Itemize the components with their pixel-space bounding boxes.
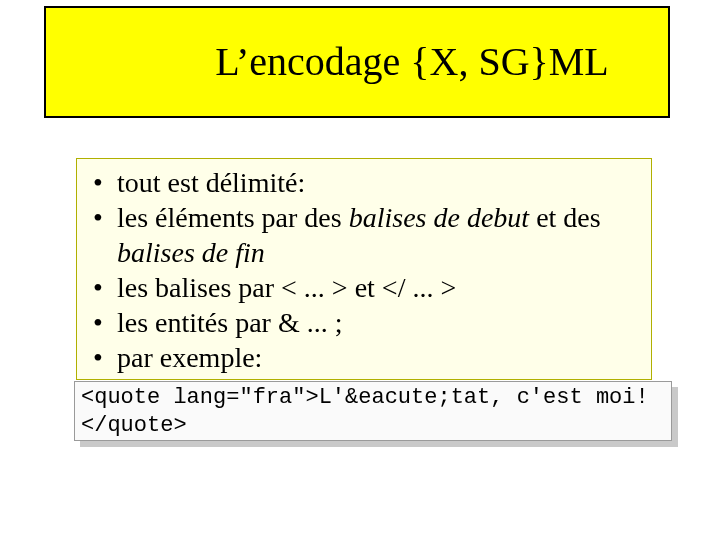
- list-item: les entités par & ... ;: [91, 305, 641, 340]
- slide: L’encodage {X, SG}ML tout est délimité: …: [0, 0, 720, 540]
- bullet-list: tout est délimité: les éléments par des …: [77, 159, 651, 381]
- list-item: les balises par < ... > et </ ... >: [91, 270, 641, 305]
- title-bar: L’encodage {X, SG}ML: [44, 6, 670, 118]
- list-item: tout est délimité:: [91, 165, 641, 200]
- slide-title: L’encodage {X, SG}ML: [95, 42, 619, 82]
- code-example: <quote lang="fra">L'&eacute;tat, c'est m…: [74, 381, 678, 447]
- bullet-text: les balises par < ... > et </ ... >: [117, 272, 456, 303]
- bullet-text: tout est délimité:: [117, 167, 305, 198]
- bullet-text: par exemple:: [117, 342, 262, 373]
- body-box: tout est délimité: les éléments par des …: [76, 158, 652, 380]
- code-box: <quote lang="fra">L'&eacute;tat, c'est m…: [74, 381, 672, 441]
- list-item: les éléments par des balises de debut et…: [91, 200, 641, 270]
- list-item: par exemple:: [91, 340, 641, 375]
- bullet-text: et des: [529, 202, 601, 233]
- bullet-text: les entités par & ... ;: [117, 307, 343, 338]
- bullet-text: les éléments par des: [117, 202, 349, 233]
- bullet-text-italic: balises de fin: [117, 237, 265, 268]
- bullet-text-italic: balises de debut: [349, 202, 529, 233]
